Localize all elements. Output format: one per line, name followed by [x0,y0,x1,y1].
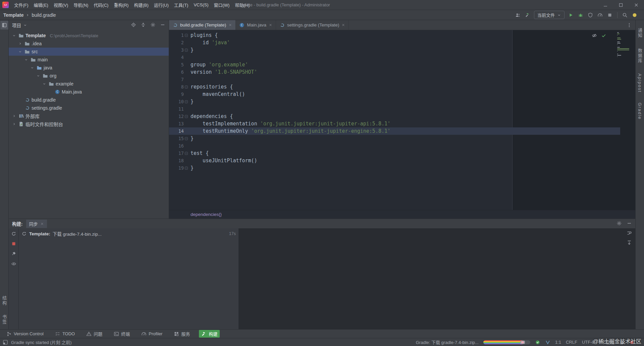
fold-marker-icon[interactable] [184,85,189,89]
menu-item[interactable]: 文件(F) [11,0,31,9]
coverage-button[interactable] [587,12,594,18]
tree-item[interactable]: settings.gradle [9,104,169,112]
tree-item[interactable]: TemplateC:\prob\Jenson\Template [9,32,169,40]
menu-item[interactable]: 运行(U) [151,0,171,9]
sync-status-icon[interactable] [535,340,540,345]
toolwindow-button[interactable]: Profiler [139,331,165,337]
code-line[interactable]: 16 [169,142,635,150]
toolwindow-button[interactable]: 终端 [111,330,132,338]
toolwindow-button[interactable]: TODO [53,331,77,337]
code-line[interactable]: 19} [169,164,635,172]
fold-marker-icon[interactable] [184,152,189,155]
collapse-all-button[interactable] [141,22,146,28]
build-options-button[interactable] [616,221,622,227]
menu-item[interactable]: 窗口(W) [211,0,232,9]
rerun-sync-button[interactable] [11,231,16,237]
minimize-button[interactable] [598,0,613,10]
panel-options-button[interactable] [150,22,156,28]
tab-options-button[interactable] [627,20,635,30]
debug-button[interactable] [577,12,584,18]
tree-item[interactable]: build.gradle [9,96,169,104]
code-line[interactable]: 11 [169,105,635,113]
hide-panel-button[interactable] [160,22,165,28]
menu-item[interactable]: 导航(N) [71,0,91,9]
code-line[interactable]: 18 useJUnitPlatform() [169,157,635,164]
chevron-down-icon[interactable] [17,49,23,54]
chevron-right-icon[interactable] [17,41,23,46]
chevron-down-icon[interactable] [23,23,27,27]
code-line[interactable]: 10} [169,98,635,105]
toolwindow-stripe-label[interactable]: 结构 [1,296,7,306]
build-project-button[interactable] [524,12,531,18]
hide-build-panel-button[interactable] [627,221,632,227]
code-line[interactable]: 3} [169,46,635,54]
build-sync-tab[interactable]: 同步 [26,220,47,228]
chevron-down-icon[interactable] [36,73,41,78]
code-line[interactable]: 9 mavenCentral() [169,91,635,98]
menu-item[interactable]: 视图(V) [51,0,71,9]
tree-item[interactable]: 外部库 [9,112,169,120]
build-console[interactable] [238,228,635,329]
code-line[interactable]: 7 [169,76,635,83]
highlighting-level-icon[interactable] [592,33,597,38]
fold-marker-icon[interactable] [184,115,189,118]
menu-item[interactable]: 代码(C) [91,0,111,9]
breadcrumb-element[interactable]: dependencies{} [191,212,222,217]
chevron-right-icon[interactable] [11,121,17,127]
chevron-down-icon[interactable] [23,57,29,62]
code-line[interactable]: 5group 'org.example' [169,61,635,68]
toolwindow-stripe-label[interactable]: 通知 [637,28,643,38]
v-mark-icon[interactable] [545,340,550,345]
code-line[interactable]: 4 [169,54,635,61]
tree-item[interactable]: .idea [9,40,169,48]
code-editor[interactable]: 1plugins {2 id 'java'3}45group 'org.exam… [169,30,635,210]
code-with-me-button[interactable] [515,12,521,18]
code-line[interactable]: 12dependencies { [169,113,635,120]
caret-position[interactable]: 1:1 [555,340,561,345]
project-panel-title[interactable]: 项目 [12,22,21,28]
menu-item[interactable]: 构建(B) [131,0,151,9]
toolwindow-stripe-label[interactable]: Gradle [637,103,642,120]
build-task-row[interactable]: Template: 下载 gradle-7.4-bin.zip... 17s [19,230,238,238]
toolwindow-button[interactable]: 服务 [171,330,192,338]
run-config-combo[interactable]: 当前文件 [534,11,565,19]
search-everywhere-button[interactable] [622,12,628,18]
breadcrumb-item[interactable]: Template [3,12,24,18]
scroll-to-end-button[interactable] [627,240,632,246]
tree-item[interactable]: example [9,80,169,88]
line-separator[interactable]: CRLF [566,340,577,345]
maximize-button[interactable] [613,0,629,10]
menu-item[interactable]: 工具(T) [171,0,191,9]
toolwindow-button[interactable]: Version Control [4,331,46,337]
file-encoding[interactable]: UTF-8 [582,340,594,345]
tree-item[interactable]: main [9,56,169,64]
run-button[interactable] [568,12,574,18]
close-icon[interactable] [40,222,44,226]
chevron-down-icon[interactable] [30,65,35,70]
menu-item[interactable]: 重构(R) [111,0,131,9]
pin-button[interactable] [11,251,16,257]
profiler-button[interactable] [597,12,603,18]
fold-marker-icon[interactable] [184,167,189,170]
chevron-down-icon[interactable] [11,33,17,38]
menu-item[interactable]: VCS(S) [191,1,211,9]
chevron-right-icon[interactable] [11,113,17,119]
code-line[interactable]: 13 testImplementation 'org.junit.jupiter… [169,120,635,127]
breadcrumb-item[interactable]: build.gradle [31,12,56,18]
code-line[interactable]: 15} [169,135,635,142]
fold-marker-icon[interactable] [184,34,189,37]
code-line[interactable]: 6version '1.0-SNAPSHOT' [169,68,635,76]
code-line[interactable]: 8repositories { [169,83,635,91]
locate-file-button[interactable] [131,22,136,28]
tree-item[interactable]: 临时文件和控制台 [9,120,169,128]
toolwindow-switcher-icon[interactable] [3,340,8,345]
chevron-down-icon[interactable] [42,81,47,86]
tree-item[interactable]: src [9,48,169,56]
fold-marker-icon[interactable] [184,100,189,103]
fold-marker-icon[interactable] [184,49,189,52]
close-button[interactable] [629,0,644,10]
minimap[interactable] [617,32,633,57]
soft-wrap-button[interactable] [627,230,632,237]
code-line[interactable]: 2 id 'java' [169,39,635,46]
editor-tab[interactable]: CMain.java [236,20,276,30]
